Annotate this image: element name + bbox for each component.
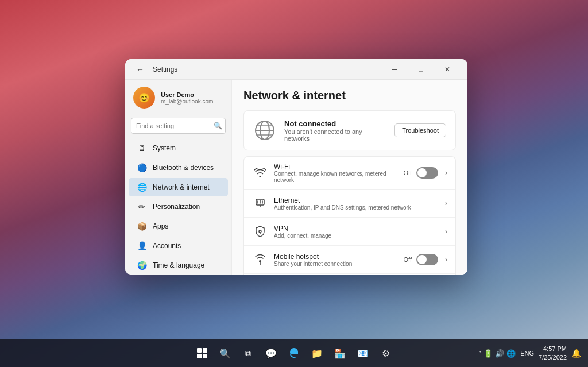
- system-tray: ^ 🔋 🔊 🌐: [479, 349, 516, 358]
- taskbar-edge-button[interactable]: [284, 343, 304, 364]
- sidebar-item-personalization[interactable]: ✏ Personalization: [129, 198, 228, 216]
- tray-network[interactable]: 🌐: [506, 349, 516, 358]
- title-bar: ← Settings ─ □ ✕: [125, 59, 467, 80]
- taskbar-fileexplorer-button[interactable]: 📁: [307, 343, 327, 364]
- svg-rect-20: [197, 354, 202, 358]
- taskbar-settings-button[interactable]: ⚙: [376, 343, 396, 364]
- svg-point-11: [259, 230, 261, 233]
- taskbar: 🔍 ⧉ 💬 📁 🏪 📧 ⚙ ^ 🔋 🔊 🌐 ENG 4:57 PM 7/25/2…: [0, 339, 588, 367]
- maximize-button[interactable]: □: [408, 60, 434, 79]
- sidebar-item-network[interactable]: 🌐 Network & internet: [129, 178, 228, 196]
- wifi-chevron: ›: [445, 169, 447, 177]
- svg-rect-18: [197, 348, 202, 353]
- window-title: Settings: [153, 65, 377, 74]
- wifi-title: Wi-Fi: [274, 163, 404, 171]
- search-box: 🔍: [131, 118, 226, 134]
- vpn-chevron: ›: [445, 227, 447, 235]
- connection-status-title: Not connected: [284, 119, 386, 128]
- hotspot-chevron: ›: [445, 256, 447, 264]
- taskbar-clock[interactable]: 4:57 PM 7/25/2022: [539, 345, 567, 362]
- personalization-icon: ✏: [137, 202, 147, 212]
- hotspot-toggle-label: Off: [404, 256, 412, 263]
- connection-status-subtitle: You aren't connected to any networks: [284, 128, 386, 142]
- search-input[interactable]: [131, 118, 226, 134]
- user-profile[interactable]: 😊 User Demo m_lab@outlook.com: [125, 80, 231, 115]
- svg-rect-21: [203, 354, 207, 358]
- ethernet-icon: [252, 195, 268, 211]
- avatar: 😊: [133, 87, 155, 109]
- wifi-toggle-knob: [417, 168, 427, 177]
- network-icon: 🌐: [137, 182, 147, 192]
- user-name: User Demo: [161, 91, 213, 98]
- sidebar-item-time[interactable]: 🌍 Time & language: [129, 256, 228, 275]
- page-title: Network & internet: [243, 89, 456, 102]
- globe-icon: [253, 119, 276, 142]
- taskbar-taskview-button[interactable]: ⧉: [238, 343, 258, 364]
- connection-status-card: Not connected You aren't connected to an…: [243, 110, 456, 150]
- vpn-icon: [252, 223, 268, 239]
- settings-window: ← Settings ─ □ ✕ 😊 User Demo m_lab@outlo…: [125, 59, 467, 275]
- troubleshoot-button[interactable]: Troubleshoot: [394, 123, 446, 137]
- bluetooth-icon: 🔵: [137, 163, 147, 173]
- system-icon: 🖥: [137, 143, 147, 153]
- wifi-toggle[interactable]: [416, 167, 438, 179]
- ethernet-row[interactable]: Ethernet Authentication, IP and DNS sett…: [244, 190, 455, 218]
- accounts-icon: 👤: [137, 241, 147, 251]
- wifi-subtitle: Connect, manage known networks, metered …: [274, 171, 404, 183]
- hotspot-toggle-knob: [417, 255, 427, 264]
- taskbar-search-button[interactable]: 🔍: [215, 343, 235, 364]
- sidebar-item-apps[interactable]: 📦 Apps: [129, 217, 228, 235]
- wifi-toggle-label: Off: [404, 169, 412, 176]
- hotspot-icon: [252, 252, 268, 268]
- back-button[interactable]: ←: [132, 61, 148, 78]
- vpn-row[interactable]: VPN Add, connect, manage ›: [244, 218, 455, 246]
- ethernet-title: Ethernet: [274, 196, 443, 204]
- apps-icon: 📦: [137, 221, 147, 231]
- window-body: 😊 User Demo m_lab@outlook.com 🔍 🖥 System…: [125, 80, 467, 275]
- close-button[interactable]: ✕: [434, 60, 461, 79]
- wifi-icon: [252, 165, 268, 181]
- taskbar-right: ^ 🔋 🔊 🌐 ENG 4:57 PM 7/25/2022 🔔: [479, 345, 581, 362]
- ethernet-chevron: ›: [445, 199, 447, 207]
- search-icon: 🔍: [214, 122, 222, 130]
- user-email: m_lab@outlook.com: [161, 98, 213, 105]
- taskbar-store-button[interactable]: 🏪: [330, 343, 350, 364]
- sidebar-item-bluetooth[interactable]: 🔵 Bluetooth & devices: [129, 159, 228, 177]
- main-content: Network & internet Not connected You a: [231, 80, 467, 275]
- vpn-subtitle: Add, connect, manage: [274, 233, 443, 239]
- clock-time: 4:57 PM: [539, 345, 567, 353]
- hotspot-title: Mobile hotspot: [274, 253, 404, 261]
- sidebar: 😊 User Demo m_lab@outlook.com 🔍 🖥 System…: [125, 80, 231, 275]
- hotspot-subtitle: Share your internet connection: [274, 261, 404, 267]
- taskbar-mail-button[interactable]: 📧: [353, 343, 373, 364]
- sidebar-item-accounts[interactable]: 👤 Accounts: [129, 237, 228, 255]
- notification-icon[interactable]: 🔔: [571, 349, 581, 358]
- wifi-row[interactable]: Wi-Fi Connect, manage known networks, me…: [244, 157, 455, 190]
- sidebar-item-system[interactable]: 🖥 System: [129, 139, 228, 157]
- network-settings-list: Wi-Fi Connect, manage known networks, me…: [243, 156, 456, 275]
- tray-battery: 🔋: [483, 349, 493, 358]
- window-controls: ─ □ ✕: [381, 60, 461, 79]
- airplane-row[interactable]: Airplane mode Stop all wireless communic…: [244, 274, 455, 275]
- start-button[interactable]: [192, 343, 212, 364]
- tray-chevron[interactable]: ^: [479, 350, 482, 357]
- vpn-title: VPN: [274, 225, 443, 233]
- taskbar-chat-button[interactable]: 💬: [261, 343, 281, 364]
- taskbar-center: 🔍 ⧉ 💬 📁 🏪 📧 ⚙: [192, 343, 396, 364]
- tray-volume[interactable]: 🔊: [495, 349, 504, 358]
- ethernet-subtitle: Authentication, IP and DNS settings, met…: [274, 204, 443, 211]
- tray-language: ENG: [520, 350, 534, 357]
- clock-date: 7/25/2022: [539, 353, 567, 362]
- minimize-button[interactable]: ─: [381, 60, 408, 79]
- time-icon: 🌍: [137, 260, 147, 271]
- hotspot-row[interactable]: Mobile hotspot Share your internet conne…: [244, 246, 455, 274]
- svg-rect-19: [203, 348, 207, 353]
- hotspot-toggle[interactable]: [416, 254, 438, 265]
